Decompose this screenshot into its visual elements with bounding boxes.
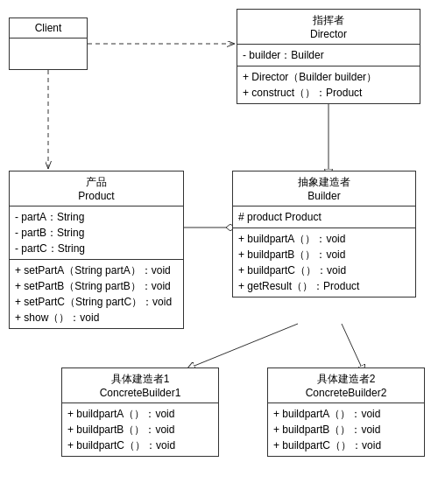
product-method-2: + setPartB（String partB）：void [15,278,178,294]
director-method-2: + construct（）：Product [243,85,414,101]
product-box: 产品 Product - partA：String - partB：String… [9,171,184,329]
svg-line-6 [194,324,298,366]
concrete1-box: 具体建造者1 ConcreteBuilder1 + buildpartA（）：v… [61,368,219,457]
concrete1-method-2: + buildpartB（）：void [67,422,213,438]
concrete1-header: 具体建造者1 ConcreteBuilder1 [62,368,218,403]
concrete2-box: 具体建造者2 ConcreteBuilder2 + buildpartA（）：v… [267,368,425,457]
director-attrs: - builder：Builder [237,45,420,66]
builder-methods: + buildpartA（）：void + buildpartB（）：void … [233,228,415,297]
director-methods: + Director（Builder builder） + construct（… [237,66,420,103]
client-label: Client [35,22,62,34]
svg-line-7 [342,324,361,366]
product-methods: + setPartA（String partA）：void + setPartB… [10,260,183,328]
builder-attr-1: # product Product [238,209,410,225]
product-method-4: + show（）：void [15,310,178,326]
builder-attrs: # product Product [233,206,415,228]
concrete2-zh: 具体建造者2 [273,372,419,387]
builder-en: Builder [238,190,410,202]
product-method-3: + setPartC（String partC）：void [15,294,178,310]
concrete1-method-1: + buildpartA（）：void [67,406,213,422]
director-method-1: + Director（Builder builder） [243,69,414,85]
concrete2-method-3: + buildpartC（）：void [273,438,419,453]
product-attr-3: - partC：String [15,241,178,256]
client-header: Client [10,18,87,38]
concrete2-header: 具体建造者2 ConcreteBuilder2 [268,368,424,403]
builder-method-4: + getResult（）：Product [238,278,410,294]
product-header: 产品 Product [10,172,183,206]
director-zh: 指挥者 [243,13,414,28]
client-box: Client [9,18,88,70]
director-box: 指挥者 Director - builder：Builder + Directo… [237,9,420,104]
builder-header: 抽象建造者 Builder [233,172,415,206]
builder-method-1: + buildpartA（）：void [238,231,410,247]
product-attr-1: - partA：String [15,209,178,225]
concrete1-zh: 具体建造者1 [67,372,213,387]
concrete2-methods: + buildpartA（）：void + buildpartB（）：void … [268,403,424,456]
product-zh: 产品 [15,175,178,190]
concrete1-en: ConcreteBuilder1 [67,387,213,399]
builder-zh: 抽象建造者 [238,175,410,190]
builder-box: 抽象建造者 Builder # product Product + buildp… [232,171,416,298]
product-attrs: - partA：String - partB：String - partC：St… [10,206,183,260]
builder-method-3: + buildpartC（）：void [238,262,410,278]
concrete2-method-2: + buildpartB（）：void [273,422,419,438]
director-attr-1: - builder：Builder [243,47,414,63]
concrete2-method-1: + buildpartA（）：void [273,406,419,422]
director-en: Director [243,28,414,40]
director-header: 指挥者 Director [237,10,420,45]
product-method-1: + setPartA（String partA）：void [15,262,178,278]
concrete1-methods: + buildpartA（）：void + buildpartB（）：void … [62,403,218,456]
builder-method-2: + buildpartB（）：void [238,247,410,262]
product-en: Product [15,190,178,202]
product-attr-2: - partB：String [15,225,178,241]
concrete2-en: ConcreteBuilder2 [273,387,419,399]
concrete1-method-3: + buildpartC（）：void [67,438,213,453]
